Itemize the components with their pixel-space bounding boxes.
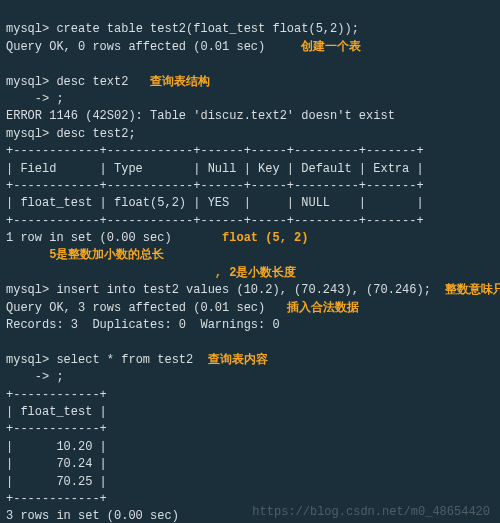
line-21: | float_test | — [6, 405, 107, 419]
annotation-2dec: , 2是小数长度 — [215, 266, 297, 280]
line-13: 5是整数加小数的总长 — [6, 248, 164, 262]
line-27: 3 rows in set (0.00 sec) — [6, 509, 179, 523]
line-14: , 2是小数长度 — [6, 266, 296, 280]
line-11: +------------+------------+------+-----+… — [6, 214, 424, 228]
annotation-intlen: 整数意味只有3位长度 — [445, 283, 500, 297]
line-10: | float_test | float(5,2) | YES | | NULL… — [6, 196, 424, 210]
watermark: https://blog.csdn.net/m0_48654420 — [252, 504, 490, 521]
line-19: -> ; — [6, 370, 64, 384]
terminal[interactable]: mysql> create table test2(float_test flo… — [0, 0, 500, 523]
line-26: +------------+ — [6, 492, 107, 506]
line-9: +------------+------------+------+-----+… — [6, 179, 424, 193]
annotation-insert-legal: 插入合法数据 — [287, 301, 359, 315]
line-24: | 70.24 | — [6, 457, 107, 471]
annotation-5len: 5是整数加小数的总长 — [49, 248, 164, 262]
line-8: | Field | Type | Null | Key | Default | … — [6, 162, 424, 176]
line-16: Query OK, 3 rows affected (0.01 sec) 插入合… — [6, 301, 359, 315]
line-20: +------------+ — [6, 388, 107, 402]
line-3: mysql> desc text2 查询表结构 — [6, 75, 210, 89]
line-6: mysql> desc test2; — [6, 127, 136, 141]
blank-2 — [6, 335, 13, 349]
annotation-select: 查询表内容 — [208, 353, 268, 367]
line-18: mysql> select * from test2 查询表内容 — [6, 353, 268, 367]
prompt-1: mysql> — [6, 22, 49, 36]
line-7: +------------+------------+------+-----+… — [6, 144, 424, 158]
line-25: | 70.25 | — [6, 475, 107, 489]
annotation-create-table: 创建一个表 — [301, 40, 361, 54]
blank-1 — [6, 57, 13, 71]
line-15: mysql> insert into test2 values (10.2), … — [6, 283, 500, 297]
annotation-desc: 查询表结构 — [150, 75, 210, 89]
line-22: +------------+ — [6, 422, 107, 436]
line-17: Records: 3 Duplicates: 0 Warnings: 0 — [6, 318, 280, 332]
line-2: Query OK, 0 rows affected (0.01 sec) 创建一… — [6, 40, 361, 54]
annotation-float: float (5, 2) — [222, 231, 308, 245]
line-1: mysql> create table test2(float_test flo… — [6, 22, 359, 36]
line-23: | 10.20 | — [6, 440, 107, 454]
cmd-1: create table test2(float_test float(5,2)… — [56, 22, 358, 36]
line-4: -> ; — [6, 92, 64, 106]
line-12: 1 row in set (0.00 sec) float (5, 2) — [6, 231, 308, 245]
line-5: ERROR 1146 (42S02): Table 'discuz.text2'… — [6, 109, 395, 123]
